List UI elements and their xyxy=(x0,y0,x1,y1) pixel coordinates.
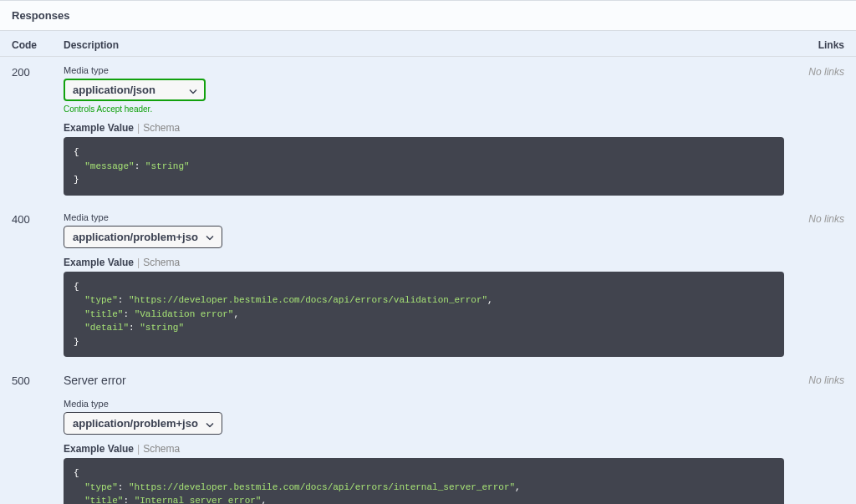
tab-divider: | xyxy=(137,122,140,134)
media-type-label: Media type xyxy=(64,65,784,75)
media-type-select-wrap: application/problem+json xyxy=(64,412,222,435)
media-type-select[interactable]: application/problem+json xyxy=(64,412,222,435)
response-code: 500 xyxy=(12,374,64,504)
responses-title: Responses xyxy=(12,9,69,22)
example-schema-tabs: Example Value|Schema xyxy=(64,443,784,455)
response-links: No links xyxy=(794,65,844,201)
tab-example-value[interactable]: Example Value xyxy=(64,443,134,455)
responses-header: Responses xyxy=(0,0,856,31)
media-type-select-wrap: application/problem+json xyxy=(64,226,222,248)
media-type-select-wrap: application/json xyxy=(64,79,206,101)
tab-schema[interactable]: Schema xyxy=(143,443,180,455)
accept-header-note: Controls Accept header. xyxy=(64,104,784,114)
example-value-code: { "type": "https://developer.bestmile.co… xyxy=(64,272,784,358)
response-row: 400Media typeapplication/problem+jsonExa… xyxy=(0,204,856,366)
response-code: 200 xyxy=(12,65,64,201)
response-description-cell: Media typeapplication/problem+jsonExampl… xyxy=(64,212,794,363)
column-code-header: Code xyxy=(12,39,64,51)
tab-schema[interactable]: Schema xyxy=(143,122,180,134)
responses-table-head: Code Description Links xyxy=(0,31,856,57)
example-schema-tabs: Example Value|Schema xyxy=(64,122,784,134)
example-value-code: { "type": "https://developer.bestmile.co… xyxy=(64,458,784,504)
response-links: No links xyxy=(794,374,844,504)
response-description-text: Server error xyxy=(64,374,784,387)
response-code: 400 xyxy=(12,212,64,363)
tab-divider: | xyxy=(137,443,140,455)
response-row: 200Media typeapplication/jsonControls Ac… xyxy=(0,57,856,204)
tab-divider: | xyxy=(137,257,140,268)
response-row: 500Server errorMedia typeapplication/pro… xyxy=(0,365,856,504)
media-type-label: Media type xyxy=(64,399,784,409)
example-schema-tabs: Example Value|Schema xyxy=(64,257,784,268)
media-type-select[interactable]: application/json xyxy=(64,79,206,101)
example-value-code: { "message": "string" } xyxy=(64,137,784,196)
media-type-label: Media type xyxy=(64,212,784,222)
response-links: No links xyxy=(794,212,844,363)
response-description-cell: Media typeapplication/jsonControls Accep… xyxy=(64,65,794,201)
media-type-select[interactable]: application/problem+json xyxy=(64,226,222,248)
response-description-cell: Server errorMedia typeapplication/proble… xyxy=(64,374,794,504)
tab-schema[interactable]: Schema xyxy=(143,257,180,268)
tab-example-value[interactable]: Example Value xyxy=(64,257,134,268)
column-description-header: Description xyxy=(64,39,794,51)
column-links-header: Links xyxy=(794,39,844,51)
tab-example-value[interactable]: Example Value xyxy=(64,122,134,134)
